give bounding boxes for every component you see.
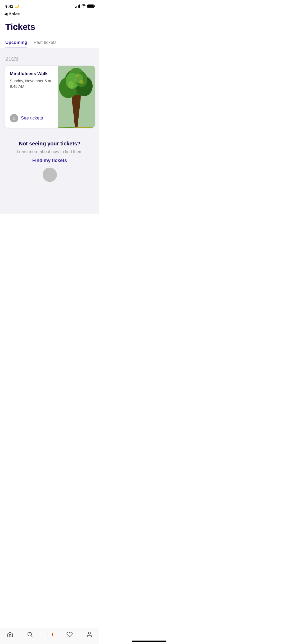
not-seeing-title: Not seeing your tickets? [5, 141, 94, 147]
svg-point-8 [68, 81, 74, 89]
svg-point-9 [79, 80, 84, 84]
status-indicators [75, 4, 94, 8]
battery-icon [87, 4, 94, 8]
wifi-icon [82, 4, 86, 8]
status-time: 9:41 🌙 [5, 4, 19, 8]
signal-bars-icon [75, 4, 80, 8]
back-chevron-icon: ◀ [4, 11, 7, 16]
page-title: Tickets [5, 22, 94, 32]
event-name: Mindfulness Walk [10, 71, 53, 76]
time-display: 9:41 [5, 4, 13, 8]
not-seeing-section: Not seeing your tickets? Learn more abou… [0, 128, 99, 187]
back-button[interactable]: ◀ Safari [4, 11, 20, 16]
find-tickets-button[interactable]: Find my tickets [32, 158, 67, 163]
year-label: 2023 [5, 56, 94, 62]
svg-point-10 [76, 74, 79, 77]
tab-upcoming[interactable]: Upcoming [5, 37, 27, 48]
event-card-details: Mindfulness Walk Sunday, November 5 at 9… [4, 66, 58, 128]
tabs-container: Upcoming Past tickets [0, 37, 99, 48]
event-card: Mindfulness Walk Sunday, November 5 at 9… [4, 66, 95, 128]
moon-icon: 🌙 [14, 4, 19, 8]
content-area: 2023 Mindfulness Walk Sunday, November 5… [0, 48, 99, 214]
year-section: 2023 [0, 48, 99, 66]
not-seeing-subtitle: Learn more about how to find them [5, 149, 94, 154]
gray-circle-decoration [43, 168, 57, 182]
see-tickets-button[interactable]: See tickets [21, 116, 43, 121]
tab-past-tickets[interactable]: Past tickets [34, 37, 57, 48]
ticket-count-badge: 1 [10, 114, 18, 122]
see-tickets-row: 1 See tickets [10, 114, 53, 122]
back-label: Safari [8, 11, 20, 16]
back-navigation: ◀ Safari [0, 11, 99, 20]
event-card-image [58, 66, 95, 128]
status-bar: 9:41 🌙 [0, 0, 99, 11]
event-date: Sunday, November 5 at 9:45 AM [10, 78, 53, 89]
page-title-section: Tickets [0, 20, 99, 37]
